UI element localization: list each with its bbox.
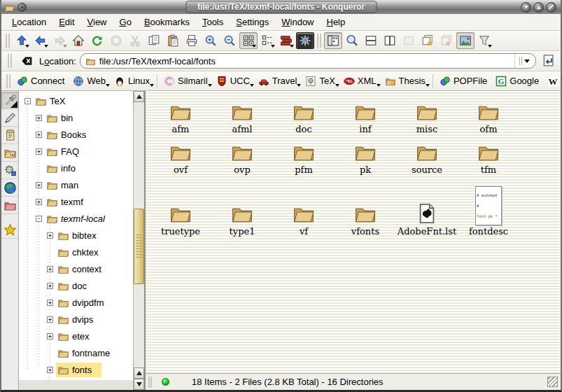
- tree-item[interactable]: -texmf-local: [19, 210, 144, 227]
- multicolumn-view-button[interactable]: [258, 32, 276, 49]
- bookmark-ucc[interactable]: UCC: [213, 74, 254, 88]
- up-button[interactable]: [13, 32, 31, 49]
- tree-scrollbar[interactable]: [133, 91, 144, 390]
- cut-button[interactable]: [126, 32, 144, 49]
- sidebar-tab-network[interactable]: [1, 179, 18, 197]
- resize-grip[interactable]: [547, 377, 558, 387]
- tree-item[interactable]: info: [19, 160, 144, 176]
- titlebar[interactable]: file:/usr/TeX/texmf-local/fonts - Konque…: [1, 0, 561, 14]
- zoom-out-button[interactable]: [220, 32, 239, 49]
- go-button[interactable]: [540, 52, 556, 69]
- location-value[interactable]: file:/usr/TeX/texmf-local/fonts: [99, 56, 511, 66]
- bookmark-google[interactable]: G Google: [493, 74, 543, 88]
- toolbar-grip[interactable]: [8, 54, 12, 68]
- tree-item[interactable]: +man: [19, 176, 144, 193]
- file-item-afm[interactable]: afm: [150, 95, 211, 136]
- icon-view[interactable]: afm afml doc inf misc ofm ovf ovp pfm pk…: [146, 91, 561, 373]
- tree-item[interactable]: +doc: [19, 277, 144, 294]
- toolbar-grip[interactable]: [317, 34, 321, 48]
- sidebar-tab-services[interactable]: [1, 162, 18, 179]
- scroll-down-button[interactable]: [134, 379, 144, 390]
- minimize-button[interactable]: [521, 2, 531, 13]
- bookmark-travel[interactable]: Travel: [255, 74, 302, 88]
- expander-icon[interactable]: -: [36, 216, 42, 222]
- tree-item[interactable]: fontname: [19, 344, 144, 361]
- file-item-source[interactable]: source: [396, 136, 458, 176]
- scrollbar-thumb[interactable]: [134, 209, 144, 284]
- sidebar-tab-home[interactable]: [1, 144, 18, 162]
- menu-go[interactable]: Go: [113, 15, 138, 29]
- back-button[interactable]: [31, 32, 50, 49]
- menu-view[interactable]: View: [81, 15, 113, 29]
- sidebar-tab-tools[interactable]: [1, 92, 18, 109]
- forward-button[interactable]: [50, 32, 69, 49]
- sidebar-tab-pencil[interactable]: [1, 109, 18, 127]
- sidebar-tab-bookmarks[interactable]: [1, 221, 18, 239]
- file-item-vf[interactable]: vf: [273, 176, 335, 238]
- reload-button[interactable]: [88, 32, 106, 49]
- stop-button[interactable]: [107, 32, 125, 49]
- file-item-ofm[interactable]: ofm: [458, 95, 519, 136]
- menu-help[interactable]: Help: [321, 15, 352, 29]
- file-item-fontdesc[interactable]: # automat # font pk * font pk * font pk …: [458, 176, 519, 238]
- expander-icon[interactable]: +: [47, 283, 53, 289]
- menu-window[interactable]: Window: [275, 15, 320, 29]
- file-item-tfm[interactable]: tfm: [458, 136, 519, 176]
- toolbar-grip[interactable]: [6, 74, 10, 88]
- home-button[interactable]: [69, 32, 87, 49]
- statusbar-handle[interactable]: [148, 377, 152, 388]
- expander-icon[interactable]: +: [36, 148, 42, 155]
- split-view-left-right-button[interactable]: [381, 32, 399, 49]
- tree-item[interactable]: +etex: [19, 328, 144, 344]
- tree-item[interactable]: -TeX: [19, 92, 144, 109]
- detailed-list-view-button[interactable]: [277, 32, 295, 49]
- expander-icon[interactable]: +: [47, 316, 53, 323]
- bookmark-web[interactable]: Web: [70, 74, 110, 88]
- expander-icon[interactable]: +: [47, 232, 53, 239]
- tree-item-selected[interactable]: +fonts: [19, 361, 144, 378]
- file-item-doc[interactable]: doc: [273, 95, 335, 136]
- image-preview-button[interactable]: [456, 32, 475, 49]
- scroll-up-button2[interactable]: [134, 368, 144, 379]
- file-item-ovf[interactable]: ovf: [150, 136, 211, 176]
- tree-item[interactable]: +bibtex: [19, 227, 144, 244]
- scroll-up-button[interactable]: [134, 91, 144, 102]
- paste-button[interactable]: [164, 32, 182, 49]
- file-item-vfonts[interactable]: vfonts: [335, 176, 396, 238]
- tree-item[interactable]: +texmf: [19, 193, 144, 210]
- find-file-button[interactable]: [343, 32, 361, 49]
- file-item-afml[interactable]: afml: [211, 95, 273, 136]
- location-combobox[interactable]: file:/usr/TeX/texmf-local/fonts: [80, 53, 536, 69]
- new-tab-button[interactable]: [419, 32, 437, 49]
- bookmark-connect[interactable]: Connect: [14, 74, 69, 88]
- tree-item[interactable]: +Books: [19, 126, 144, 143]
- bookmark-linux[interactable]: Linux: [111, 74, 154, 88]
- tree-item[interactable]: +dvips: [19, 311, 144, 328]
- sidebar-tab-history[interactable]: [1, 127, 18, 144]
- print-button[interactable]: [183, 32, 201, 49]
- tree-item[interactable]: +FAQ: [19, 143, 144, 160]
- menu-bookmarks[interactable]: Bookmarks: [138, 15, 196, 29]
- zoom-in-button[interactable]: [202, 32, 220, 49]
- tree-item[interactable]: chktex: [19, 244, 144, 260]
- close-tab-button[interactable]: [437, 32, 456, 49]
- expander-icon[interactable]: +: [36, 182, 42, 188]
- menu-location[interactable]: Location: [6, 15, 52, 29]
- file-item-pk[interactable]: pk: [335, 136, 396, 176]
- clear-location-button[interactable]: [17, 52, 36, 69]
- bookmark-wikipedia[interactable]: W Wikipedia: [545, 74, 562, 88]
- window-menu-folder-icon[interactable]: [4, 2, 15, 13]
- embedded-gear-view-button[interactable]: [296, 32, 314, 49]
- expander-icon[interactable]: +: [36, 115, 42, 121]
- sidebar-tab-root-folder[interactable]: [1, 197, 18, 214]
- tree-item[interactable]: +bin: [19, 109, 144, 126]
- menu-settings[interactable]: Settings: [230, 15, 275, 29]
- bookmark-popfile[interactable]: POPFile: [437, 74, 491, 88]
- tree-item[interactable]: +context: [19, 260, 144, 277]
- filter-button[interactable]: [475, 32, 493, 49]
- file-item-adobefnt[interactable]: AdobeFnt.lst: [396, 176, 458, 238]
- expander-icon[interactable]: +: [47, 300, 53, 306]
- file-item-type1[interactable]: type1: [211, 176, 273, 238]
- bookmark-xml[interactable]: XML: [341, 74, 381, 88]
- bookmark-thesis[interactable]: Thesis: [382, 74, 430, 88]
